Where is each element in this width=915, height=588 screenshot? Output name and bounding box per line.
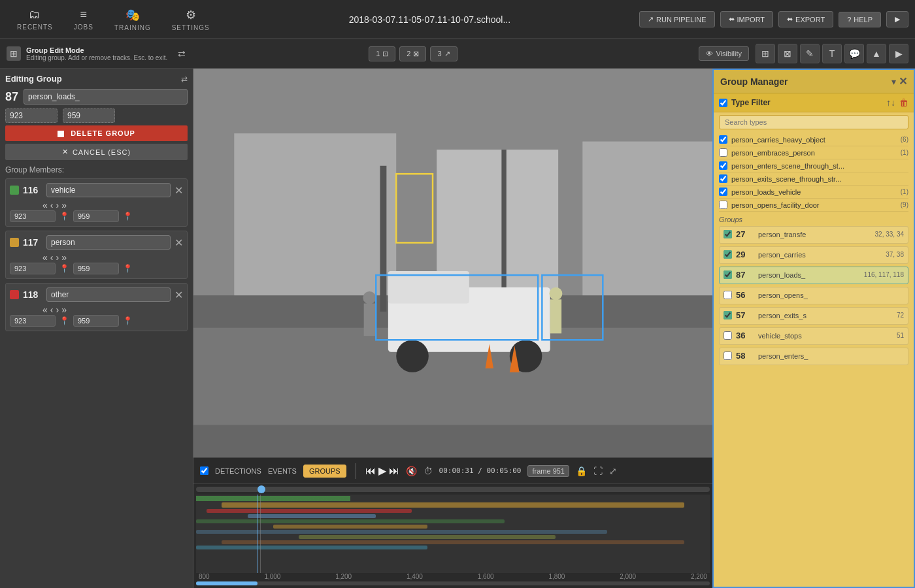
mode-swap-icon[interactable]: ⇄ xyxy=(178,48,186,59)
group-29-checkbox[interactable] xyxy=(724,250,732,259)
tool-button-1[interactable]: 1 ⊡ xyxy=(369,46,395,61)
group-87-checkbox[interactable] xyxy=(724,270,732,279)
type-6-checkbox[interactable] xyxy=(719,201,727,209)
delete-group-button[interactable]: DELETE GROUP xyxy=(5,125,188,141)
nav-recents[interactable]: 🗂 RECENTS xyxy=(7,8,63,31)
lock-icon[interactable]: 🔒 xyxy=(576,466,587,476)
member-item-118: 118 ✕ « ‹ › » 📍 📍 xyxy=(5,283,188,331)
comment-tool-button[interactable]: 💬 xyxy=(844,44,864,63)
type-filter-sort-icon[interactable]: ↑↓ xyxy=(886,97,895,108)
editing-group-swap-icon[interactable]: ⇄ xyxy=(181,74,188,84)
member-117-close-button[interactable]: ✕ xyxy=(175,237,183,249)
scrubber-thumb[interactable] xyxy=(258,485,265,493)
group-manager-chevron-icon[interactable]: ▾ xyxy=(891,76,896,87)
group-57-checkbox[interactable] xyxy=(724,311,732,319)
tool-button-3[interactable]: 3 ↗ xyxy=(430,46,457,61)
search-bar xyxy=(714,112,914,132)
member-116-first-button[interactable]: « xyxy=(42,200,48,210)
member-116-last-button[interactable]: » xyxy=(61,200,67,210)
group-row-87[interactable]: 87 person_loads_ 116, 117, 118 xyxy=(719,267,908,284)
volume-icon[interactable]: 🔇 xyxy=(406,466,417,476)
timeline-scrubber[interactable] xyxy=(196,487,710,492)
fullscreen-icon[interactable]: ⛶ xyxy=(593,466,603,476)
detections-checkbox[interactable] xyxy=(200,466,208,475)
type-4-checkbox[interactable] xyxy=(719,174,727,183)
speed-icon[interactable]: ⏱ xyxy=(424,466,433,476)
member-118-last-button[interactable]: » xyxy=(61,304,67,315)
type-filter-checkbox[interactable] xyxy=(719,99,727,107)
frame-start-input[interactable] xyxy=(5,108,58,123)
group-row-27[interactable]: 27 person_transfe 32, 33, 34 xyxy=(719,226,908,244)
frame-end-input[interactable] xyxy=(63,108,115,123)
nav-training[interactable]: 🎭 TRAINING xyxy=(104,8,161,31)
member-118-prev-button[interactable]: ‹ xyxy=(50,304,54,315)
group-manager-close-button[interactable]: ✕ xyxy=(899,75,907,88)
member-117-end-frame[interactable] xyxy=(73,263,119,274)
nav-jobs[interactable]: ≡ JOBS xyxy=(63,8,104,31)
play-button[interactable]: ▶ xyxy=(378,465,386,477)
group-row-29[interactable]: 29 person_carries 37, 38 xyxy=(719,246,908,264)
type-filter-delete-icon[interactable]: 🗑 xyxy=(899,97,908,108)
group-56-checkbox[interactable] xyxy=(724,291,732,299)
text-tool-button[interactable]: T xyxy=(822,44,842,63)
member-118-end-frame[interactable] xyxy=(73,315,119,327)
video-area xyxy=(193,69,712,457)
more-tools-button[interactable]: ▶ xyxy=(889,44,908,63)
cancel-button[interactable]: ✕ CANCEL (ESC) xyxy=(5,144,188,160)
expand-icon[interactable]: ⤢ xyxy=(609,466,617,476)
member-116-end-frame[interactable] xyxy=(73,210,119,222)
member-117-start-frame[interactable] xyxy=(10,263,56,274)
nav-settings[interactable]: ⚙ SETTINGS xyxy=(161,8,220,31)
member-116-next-button[interactable]: › xyxy=(56,200,59,210)
member-116-type-input[interactable] xyxy=(46,183,171,197)
type-2-checkbox[interactable] xyxy=(719,148,727,157)
member-117-next-button[interactable]: › xyxy=(56,252,59,263)
type-5-checkbox[interactable] xyxy=(719,188,727,196)
tool-button-2[interactable]: 2 ⊠ xyxy=(399,46,426,61)
group-27-checkbox[interactable] xyxy=(724,230,732,238)
groups-toggle-button[interactable]: GROUPS xyxy=(303,465,346,478)
member-116-prev-button[interactable]: ‹ xyxy=(50,200,54,210)
divider xyxy=(356,463,356,479)
group-name-input[interactable] xyxy=(24,89,188,105)
group-36-checkbox[interactable] xyxy=(724,331,732,340)
export-button[interactable]: ⬌ EXPORT xyxy=(778,11,833,27)
member-118-close-button[interactable]: ✕ xyxy=(175,289,183,301)
search-types-input[interactable] xyxy=(719,115,908,129)
group-58-checkbox[interactable] xyxy=(724,351,732,360)
collapse-button[interactable]: ▶ xyxy=(886,11,908,27)
group-row-36[interactable]: 36 vehicle_stops 51 xyxy=(719,327,908,345)
crop-tool-button[interactable]: ⊠ xyxy=(778,44,797,63)
skip-forward-button[interactable]: ⏭ xyxy=(389,465,399,477)
group-row-56[interactable]: 56 person_opens_ xyxy=(719,287,908,304)
svg-rect-6 xyxy=(380,166,386,312)
bottom-scrubber[interactable] xyxy=(196,581,710,585)
member-117-type-input[interactable] xyxy=(46,235,171,250)
timeline-tracks xyxy=(196,495,710,573)
member-117-first-button[interactable]: « xyxy=(42,252,48,263)
member-117-last-button[interactable]: » xyxy=(61,252,67,263)
pin-tool-button[interactable]: ▲ xyxy=(867,44,886,63)
group-row-58[interactable]: 58 person_enters_ xyxy=(719,348,908,365)
import-button[interactable]: ⬌ IMPORT xyxy=(720,11,774,27)
member-117-prev-button[interactable]: ‹ xyxy=(50,252,54,263)
member-116-close-button[interactable]: ✕ xyxy=(175,184,183,197)
visibility-button[interactable]: 👁 Visibility xyxy=(699,46,749,61)
type-item-3: person_enters_scene_through_st... xyxy=(719,159,908,172)
pen-tool-button[interactable]: ✎ xyxy=(800,44,820,63)
member-118-type-input[interactable] xyxy=(46,287,171,302)
type-1-checkbox[interactable] xyxy=(719,135,727,144)
member-118-first-button[interactable]: « xyxy=(42,304,48,315)
select-tool-button[interactable]: ⊞ xyxy=(756,44,775,63)
group-row-57[interactable]: 57 person_exits_s 72 xyxy=(719,307,908,325)
type-3-checkbox[interactable] xyxy=(719,161,727,170)
member-item-117: 117 ✕ « ‹ › » 📍 📍 xyxy=(5,231,188,279)
member-118-end-pin-icon: 📍 xyxy=(123,316,133,325)
member-118-start-frame[interactable] xyxy=(10,315,56,327)
member-116-start-frame[interactable] xyxy=(10,210,56,222)
help-button[interactable]: ? HELP xyxy=(839,12,881,27)
skip-back-button[interactable]: ⏮ xyxy=(365,465,376,477)
run-pipeline-button[interactable]: ↗ RUN PIPELINE xyxy=(639,11,714,27)
member-118-next-button[interactable]: › xyxy=(56,304,59,315)
track-1 xyxy=(196,496,710,501)
